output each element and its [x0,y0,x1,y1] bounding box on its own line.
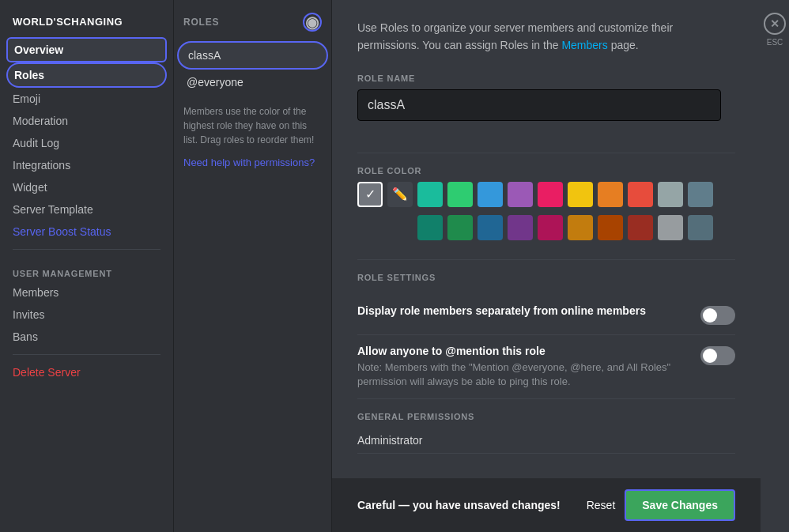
save-button[interactable]: Save Changes [625,489,735,521]
close-button[interactable]: ✕ [764,13,786,35]
sidebar-item-invites[interactable]: Invites [6,304,167,326]
members-link[interactable]: Members [561,39,607,51]
sidebar-item-label-bans: Bans [13,330,38,343]
roles-description: Use Roles to organize your server member… [357,19,735,55]
role-color-label: ROLE COLOR [357,166,735,175]
color-swatch-8[interactable] [628,182,653,207]
color-swatch-10[interactable] [688,182,713,207]
roles-panel: ROLES ◉ classA @everyone Members use the… [174,0,332,532]
sidebar-item-label-server-template: Server Template [13,203,93,216]
setting-row-display-separately: Display role members separately from onl… [357,295,735,335]
sidebar-item-widget[interactable]: Widget [6,176,167,198]
color-picker-row: ✓ ✏️ [357,182,735,207]
sidebar-item-overview[interactable]: Overview [6,37,167,62]
unsaved-changes-bar: Careful — you have unsaved changes! Rese… [332,478,761,532]
color-swatch-18[interactable] [628,215,653,240]
sidebar-item-server-template[interactable]: Server Template [6,198,167,221]
roles-panel-help-link[interactable]: Need help with permissions? [174,153,331,172]
sidebar-item-delete-server[interactable]: Delete Server [6,361,167,383]
color-swatch-6[interactable] [568,182,593,207]
color-swatch-14[interactable] [508,215,533,240]
color-swatch-5[interactable] [538,182,563,207]
divider-after-name [357,153,735,153]
sidebar-item-emoji[interactable]: Emoji [6,88,167,110]
sidebar: WORLD'SCHANGING Overview Roles Emoji Mod… [0,0,174,532]
role-name-input[interactable] [357,89,721,121]
color-swatch-7[interactable] [598,182,623,207]
checkmark-icon: ✓ [365,187,376,202]
roles-panel-info: Members use the color of the highest rol… [174,95,331,153]
main-content: Use Roles to organize your server member… [332,0,761,532]
color-swatch-3[interactable] [478,182,503,207]
reset-button[interactable]: Reset [587,499,616,511]
roles-description-suffix: page. [611,39,639,51]
roles-panel-title: ROLES [183,17,219,28]
sidebar-item-label-integrations: Integrations [13,159,70,172]
sidebar-item-label-delete-server: Delete Server [13,366,81,379]
sidebar-item-label-overview: Overview [14,43,63,56]
color-swatch-custom[interactable]: ✏️ [387,182,413,207]
setting-row-allow-mention: Allow anyone to @mention this role Note:… [357,335,735,399]
role-item-classA[interactable]: classA [177,41,328,70]
sidebar-item-members[interactable]: Members [6,281,167,304]
server-name: WORLD'SCHANGING [6,13,167,37]
setting-display-title: Display role members separately from onl… [357,304,688,317]
role-item-label-classA: classA [188,49,221,62]
color-swatch-default[interactable]: ✓ [357,182,383,207]
sidebar-item-label-emoji: Emoji [13,92,40,105]
color-swatch-1[interactable] [417,182,443,207]
setting-mention-desc: Note: Members with the "Mention @everyon… [357,360,688,389]
eyedropper-icon: ✏️ [392,187,408,202]
color-swatch-13[interactable] [478,215,503,240]
sidebar-item-label-audit-log: Audit Log [13,137,59,149]
sidebar-divider-2 [13,354,160,355]
color-swatch-20[interactable] [688,215,713,240]
add-role-icon: ◉ [305,14,319,30]
color-swatch-16[interactable] [568,215,593,240]
role-item-label-everyone: @everyone [187,76,243,89]
sidebar-item-label-widget: Widget [13,181,47,194]
toggle-allow-mention[interactable] [700,346,735,365]
roles-panel-header: ROLES ◉ [174,13,331,41]
setting-mention-text: Allow anyone to @mention this role Note:… [357,345,700,389]
divider-after-color [357,259,735,260]
color-swatch-15[interactable] [538,215,563,240]
add-role-button[interactable]: ◉ [303,13,322,32]
color-swatch-17[interactable] [598,215,623,240]
color-swatch-12[interactable] [447,215,473,240]
close-area: ✕ ESC [761,0,789,532]
permission-administrator: Administrator [357,428,735,454]
role-item-everyone[interactable]: @everyone [177,70,328,95]
color-swatch-4[interactable] [508,182,533,207]
sidebar-item-roles[interactable]: Roles [6,62,167,88]
setting-mention-title: Allow anyone to @mention this role [357,345,688,357]
sidebar-item-audit-log[interactable]: Audit Log [6,132,167,154]
sidebar-item-label-moderation: Moderation [13,115,68,127]
color-swatch-19[interactable] [658,215,683,240]
sidebar-item-moderation[interactable]: Moderation [6,110,167,132]
sidebar-item-bans[interactable]: Bans [6,326,167,348]
sidebar-item-label-invites: Invites [13,308,44,321]
sidebar-item-label-server-boost: Server Boost Status [13,225,111,238]
color-swatch-2[interactable] [447,182,473,207]
permission-admin-label: Administrator [357,434,735,447]
sidebar-divider-1 [13,249,160,250]
toggle-display-separately[interactable] [700,306,735,325]
user-management-section-label: USER MANAGEMENT [6,256,167,281]
sidebar-item-label-roles: Roles [14,69,44,81]
sidebar-item-server-boost[interactable]: Server Boost Status [6,221,167,243]
sidebar-item-label-members: Members [13,286,59,299]
role-name-label: ROLE NAME [357,74,735,83]
sidebar-item-integrations[interactable]: Integrations [6,154,167,176]
setting-display-text: Display role members separately from onl… [357,304,700,320]
unsaved-warning-text: Careful — you have unsaved changes! [357,499,561,511]
general-permissions-label: GENERAL PERMISSIONS [357,412,735,421]
color-picker-row2 [357,215,735,240]
esc-label: ESC [767,38,783,47]
bottom-bar-actions: Reset Save Changes [587,489,735,521]
color-swatch-9[interactable] [658,182,683,207]
main-scroll: Use Roles to organize your server member… [332,0,761,478]
role-settings-label: ROLE SETTINGS [357,273,735,282]
color-swatch-11[interactable] [417,215,443,240]
